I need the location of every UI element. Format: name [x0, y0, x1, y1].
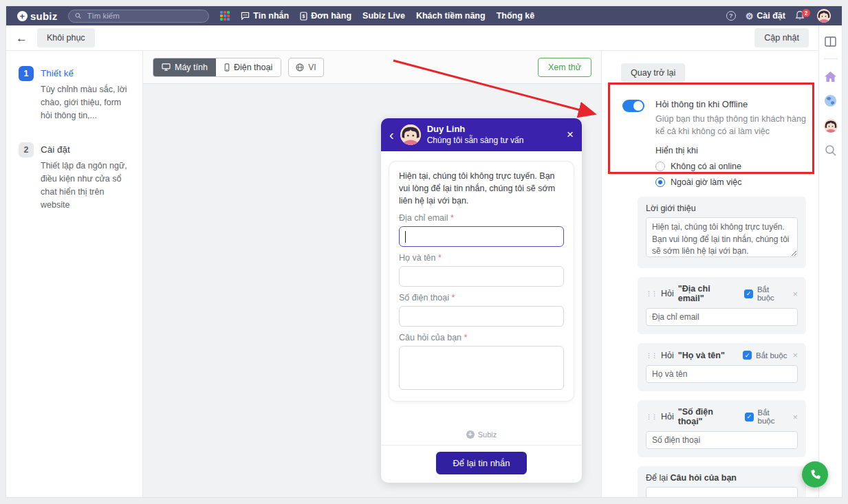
subiz-logo-icon: +: [17, 11, 28, 21]
required-checkbox[interactable]: ✓: [744, 289, 753, 298]
subiz-logo-text: subiz: [30, 10, 57, 22]
display-when-label: Hiển thị khi: [655, 146, 807, 155]
search-input[interactable]: [86, 11, 203, 21]
right-icon-rail: [818, 25, 842, 497]
required-checkbox[interactable]: ✓: [745, 413, 753, 421]
nav-leads[interactable]: Khách tiềm năng: [416, 11, 486, 21]
leave-message-button[interactable]: Để lại tin nhắn: [436, 452, 526, 474]
preview-area: Máy tính Điện thoại VI Xem th: [143, 51, 601, 497]
nav-settings[interactable]: ⚙ Cài đặt: [746, 11, 785, 21]
chat-widget-preview: ‹ Duy Linh Chúng tôi sẵn sàng tư vấn ×: [381, 118, 582, 483]
top-navbar: + subiz Tin nhắn $ Đơn hàng Subiz Live K…: [6, 6, 842, 25]
chat-widget-header: ‹ Duy Linh Chúng tôi sẵn sàng tư vấn ×: [381, 118, 582, 151]
phone-device-icon: [224, 63, 230, 72]
notifications-bell[interactable]: 2: [795, 10, 807, 21]
step-title: Thiết kế: [41, 66, 130, 78]
field-label: Họ và tên *: [399, 253, 564, 263]
drag-handle-icon[interactable]: ⋮⋮: [646, 413, 657, 420]
question-card-phone: ⋮⋮ Hỏi "Số điện thoại" ✓ Bắt buộc ×: [638, 400, 806, 457]
nav-statistics[interactable]: Thống kê: [497, 11, 535, 21]
intro-label: Lời giới thiệu: [646, 204, 798, 213]
field-label: Địa chỉ email *: [399, 213, 564, 223]
subiz-brand-icon: +: [466, 430, 475, 439]
global-search[interactable]: [68, 10, 209, 23]
text-caret: [405, 231, 406, 243]
phone-call-fab[interactable]: [802, 461, 828, 487]
offline-intro-text: Hiện tại, chúng tôi không trực tuyến. Bạ…: [399, 171, 564, 207]
user-avatar[interactable]: [817, 9, 831, 23]
search-icon[interactable]: [825, 144, 837, 157]
gear-icon: ⚙: [746, 11, 754, 21]
required-asterisk: *: [464, 333, 468, 342]
globe-icon: [296, 63, 304, 72]
update-button[interactable]: Cập nhật: [754, 28, 809, 47]
question-textarea[interactable]: [399, 346, 564, 390]
back-arrow-icon[interactable]: ←: [16, 32, 28, 44]
field-label: Số điện thoại *: [399, 293, 564, 303]
offline-description: Giúp bạn thu thập thông tin khách hàng k…: [655, 113, 807, 138]
radio-icon[interactable]: [655, 162, 665, 171]
nav-messages[interactable]: Tin nhắn: [241, 11, 289, 21]
required-asterisk: *: [450, 213, 454, 223]
monitor-icon: [162, 63, 171, 71]
email-input[interactable]: [399, 226, 564, 247]
settings-panel: Quay trở lại Hỏi thông tin khi Offline G…: [601, 51, 818, 497]
offline-section: Hỏi thông tin khi Offline Giúp bạn thu t…: [621, 99, 807, 187]
question-value-input[interactable]: [646, 308, 798, 326]
search-icon: [75, 12, 81, 19]
app-window: + subiz Tin nhắn $ Đơn hàng Subiz Live K…: [6, 6, 842, 498]
chevron-left-icon[interactable]: ‹: [389, 128, 394, 142]
remove-question-icon[interactable]: ×: [792, 412, 798, 422]
globe-icon[interactable]: [824, 94, 837, 107]
question-value-input[interactable]: [646, 431, 798, 449]
agent-name: Duy Linh: [427, 124, 524, 135]
go-back-button[interactable]: Quay trở lại: [621, 63, 685, 83]
remove-question-icon[interactable]: ×: [792, 350, 798, 360]
page-header: ← Khôi phục Cập nhật: [6, 25, 818, 51]
rail-avatar[interactable]: [824, 119, 838, 133]
home-icon[interactable]: [824, 71, 837, 83]
svg-text:$: $: [303, 14, 305, 19]
tab-desktop[interactable]: Máy tính: [153, 58, 216, 76]
restore-button[interactable]: Khôi phục: [37, 28, 95, 47]
nav-orders[interactable]: $ Đơn hàng: [300, 11, 351, 21]
question-card-email: ⋮⋮ Hỏi "Địa chỉ email" ✓ Bắt buộc ×: [638, 277, 806, 334]
close-icon[interactable]: ×: [567, 128, 574, 142]
step-design[interactable]: 1 Thiết kế Tùy chỉnh màu sắc, lời chào, …: [19, 66, 130, 122]
step-number: 2: [19, 142, 34, 157]
preview-toolbar: Máy tính Điện thoại VI Xem th: [143, 51, 601, 84]
step-description: Tùy chỉnh màu sắc, lời chào, giới thiệu,…: [41, 83, 130, 122]
radio-no-one-online[interactable]: Không có ai online: [655, 162, 807, 171]
nav-subiz-live[interactable]: Subiz Live: [362, 11, 405, 21]
question-value-input[interactable]: [646, 365, 798, 383]
step-number: 1: [19, 66, 34, 81]
preview-button[interactable]: Xem thử: [538, 58, 591, 77]
fullname-input[interactable]: [399, 266, 564, 287]
apps-grid-icon[interactable]: [220, 11, 230, 21]
chat-icon: [241, 12, 250, 20]
tab-mobile[interactable]: Điện thoại: [216, 58, 281, 76]
step-settings[interactable]: 2 Cài đặt Thiết lập đa ngôn ngữ, điều ki…: [19, 142, 130, 211]
drag-handle-icon[interactable]: ⋮⋮: [646, 290, 657, 297]
phone-input[interactable]: [399, 306, 564, 327]
notification-badge: 2: [802, 9, 810, 17]
panel-layout-icon[interactable]: [825, 36, 836, 47]
invoice-icon: $: [300, 12, 307, 21]
question-value-input[interactable]: [646, 487, 798, 497]
drag-handle-icon[interactable]: ⋮⋮: [646, 352, 657, 359]
phone-icon: [809, 469, 821, 481]
language-selector[interactable]: VI: [288, 58, 323, 77]
step-title: Cài đặt: [41, 142, 130, 155]
subiz-logo[interactable]: + subiz: [17, 10, 57, 22]
radio-icon[interactable]: [655, 177, 665, 187]
question-card-name: ⋮⋮ Hỏi "Họ và tên" ✓ Bắt buộc ×: [638, 343, 806, 391]
radio-outside-working-hours[interactable]: Ngoài giờ làm việc: [655, 177, 807, 187]
steps-sidebar: 1 Thiết kế Tùy chỉnh màu sắc, lời chào, …: [6, 51, 143, 497]
subiz-branding: + Subiz: [381, 430, 582, 445]
required-checkbox[interactable]: ✓: [743, 351, 752, 360]
offline-toggle[interactable]: [622, 100, 644, 112]
remove-question-icon[interactable]: ×: [792, 289, 798, 299]
intro-textarea[interactable]: Hiện tại, chúng tôi không trực tuyến. Bạ…: [646, 217, 798, 257]
question-card-message: Để lại Câu hỏi của bạn: [638, 466, 806, 497]
help-icon[interactable]: ?: [726, 11, 736, 21]
